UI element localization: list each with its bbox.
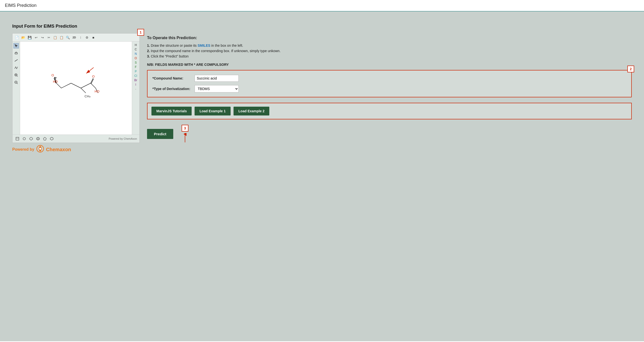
svg-line-13 xyxy=(81,83,91,88)
step-1-text-before: Draw the structure or paste its xyxy=(151,43,198,47)
powered-by-text: Powered by ChemAxon xyxy=(108,137,137,140)
grid-icon[interactable]: ⁝ xyxy=(78,35,83,40)
element-Cl[interactable]: Cl xyxy=(133,74,138,78)
shield-icon[interactable]: ■ xyxy=(91,35,96,40)
svg-marker-37 xyxy=(43,137,46,140)
instruction-step-2: 2. Input the compound name in the corres… xyxy=(147,49,632,53)
svg-line-12 xyxy=(71,83,81,88)
form-box: *Compound Name: *Type of Derivatization:… xyxy=(147,70,632,97)
compound-name-input[interactable] xyxy=(194,75,239,82)
smiles-link[interactable]: SMILES xyxy=(198,43,210,47)
copy-icon[interactable]: 📋 xyxy=(53,35,58,40)
chain-tool[interactable] xyxy=(14,65,19,70)
element-O[interactable]: O xyxy=(133,56,138,60)
svg-line-3 xyxy=(15,59,18,61)
undo-icon[interactable]: ↩ xyxy=(34,35,38,40)
element-P[interactable]: P xyxy=(133,69,138,73)
element-F[interactable]: F xyxy=(133,65,138,69)
redo-icon[interactable]: ↪ xyxy=(40,35,45,40)
load-example-1-button[interactable]: Load Example 1 xyxy=(194,107,230,116)
step-2-num: 2. xyxy=(147,49,150,53)
marvin-bottom-tools xyxy=(15,136,54,141)
derivatization-label: *Type of Derivatization: xyxy=(152,87,192,91)
marvinjs-tutorials-button[interactable]: MarvinJS Tutorials xyxy=(152,107,192,116)
zoom-out-tool[interactable] xyxy=(14,80,19,85)
marvin-toolbar: 📄 📂 💾 ↩ ↪ ✂ 📋 📋 🔍 2D ⁝ ⚙ ■ xyxy=(12,33,140,42)
ring-icon[interactable] xyxy=(29,136,34,141)
annotation-marker-2: 2 xyxy=(627,66,634,72)
svg-line-9 xyxy=(17,83,18,84)
bond-tool[interactable] xyxy=(14,58,19,63)
powered-by-label: Powered by xyxy=(12,147,34,152)
new-file-icon[interactable]: 📄 xyxy=(14,35,19,40)
instructions-title: To Operate this Prediction: xyxy=(147,36,632,40)
svg-rect-31 xyxy=(16,137,19,140)
svg-line-14 xyxy=(56,83,61,88)
element-Br[interactable]: Br xyxy=(133,78,138,82)
compound-name-label: *Compound Name: xyxy=(152,76,192,80)
svg-line-11 xyxy=(61,83,71,88)
svg-line-19 xyxy=(91,83,96,88)
cut-icon[interactable]: ✂ xyxy=(46,35,51,40)
step-2-text: Input the compound name in the correspon… xyxy=(151,49,280,53)
svg-marker-38 xyxy=(50,137,53,140)
compound-name-row: *Compound Name: xyxy=(152,75,626,82)
svg-text:HO: HO xyxy=(94,90,100,93)
atom-map-icon[interactable] xyxy=(22,136,27,141)
element-I[interactable]: I xyxy=(133,83,138,87)
marvin-panel: 📄 📂 💾 ↩ ↪ ✂ 📋 📋 🔍 2D ⁝ ⚙ ■ xyxy=(12,33,140,143)
zoom-icon[interactable]: 🔍 xyxy=(66,35,70,40)
annotation-marker-1: 1 xyxy=(137,29,144,36)
marvin-editor-area: HO O HO O CH₃ xyxy=(12,42,140,135)
chemaxon-icon xyxy=(36,145,44,154)
step-3-text: Click the "Predict" button xyxy=(151,54,189,58)
page-title: EIMS Prediction xyxy=(5,3,36,8)
main-content: Input Form for EIMS Prediction 1 📄 📂 💾 xyxy=(0,11,644,341)
paste-icon[interactable]: 📋 xyxy=(59,35,64,40)
svg-point-33 xyxy=(23,138,26,140)
marvin-elements-panel: H C N O S F P Cl Br I · xyxy=(132,42,140,135)
step-3-num: 3. xyxy=(147,54,150,58)
save-icon[interactable]: 💾 xyxy=(27,35,32,40)
cyclopentane-icon[interactable] xyxy=(42,136,47,141)
benzene-icon[interactable] xyxy=(36,136,40,141)
chemaxon-name: Chemaxon xyxy=(46,147,71,153)
2d-icon[interactable]: 2D xyxy=(72,35,77,40)
right-panel: To Operate this Prediction: 1. Draw the … xyxy=(147,33,632,145)
cyclohexane-icon[interactable] xyxy=(49,136,54,141)
svg-marker-35 xyxy=(36,137,40,140)
annotation-marker-3: 3 xyxy=(182,125,188,132)
derivatization-select[interactable]: TBDMS TMS None xyxy=(194,85,239,92)
instruction-step-1: 1. Draw the structure or paste its SMILE… xyxy=(147,43,632,47)
settings-icon[interactable]: ⚙ xyxy=(84,35,90,40)
select-tool[interactable] xyxy=(14,43,19,48)
element-H[interactable]: H xyxy=(133,43,138,47)
marvin-editor-panel: 1 📄 📂 💾 ↩ ↪ ✂ 📋 📋 🔍 xyxy=(12,33,140,154)
instruction-step-3: 3. Click the "Predict" button xyxy=(147,54,632,58)
erase-tool[interactable] xyxy=(14,50,19,56)
svg-text:HO: HO xyxy=(53,80,58,83)
page-header: EIMS Prediction xyxy=(0,0,644,11)
load-example-2-button[interactable]: Load Example 2 xyxy=(234,107,270,116)
svg-text:O: O xyxy=(52,73,54,77)
card-title: Input Form for EIMS Prediction xyxy=(12,24,632,29)
two-column-layout: 1 📄 📂 💾 ↩ ↪ ✂ 📋 📋 🔍 xyxy=(12,33,632,154)
marvin-bottom-toolbar: Powered by ChemAxon xyxy=(12,135,140,143)
svg-text:CH₃: CH₃ xyxy=(84,94,90,98)
element-S[interactable]: S xyxy=(133,61,138,65)
element-N[interactable]: N xyxy=(133,52,138,56)
chemaxon-footer: Powered by Chemaxon xyxy=(12,143,140,154)
example-buttons-box: MarvinJS Tutorials Load Example 1 Load E… xyxy=(147,103,632,119)
zoom-in-tool[interactable] xyxy=(14,72,19,78)
element-C[interactable]: C xyxy=(133,47,138,51)
compulsory-note: N/B: FIELDS MARKED WITH * ARE COMPULSORY xyxy=(147,63,632,67)
element-dot[interactable]: · xyxy=(133,87,138,91)
template-icon[interactable] xyxy=(15,136,20,141)
step-1-num: 1. xyxy=(147,43,150,47)
open-icon[interactable]: 📂 xyxy=(21,35,26,40)
predict-button[interactable]: Predict xyxy=(147,129,173,139)
svg-point-40 xyxy=(39,148,41,150)
svg-line-23 xyxy=(81,88,86,93)
marvin-canvas[interactable]: HO O HO O CH₃ xyxy=(20,42,132,135)
marvin-left-tools xyxy=(12,42,20,135)
